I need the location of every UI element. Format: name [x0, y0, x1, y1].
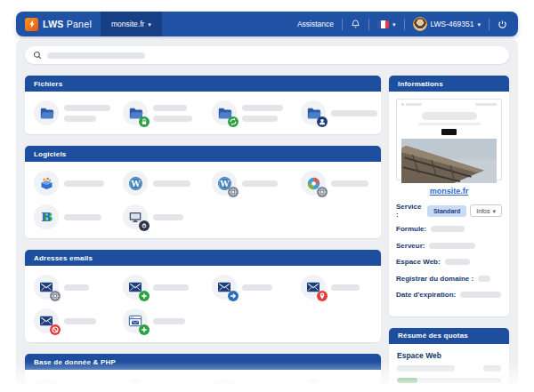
site-tab-label: monsite.fr: [111, 20, 144, 28]
email-icon: [123, 275, 148, 300]
info-field-row: Formule:: [396, 225, 502, 233]
avatar: [413, 17, 427, 31]
building-photo: [401, 139, 497, 183]
users-badge-icon: [317, 116, 328, 127]
wordpress-icon: W: [212, 171, 237, 196]
info-field-label: Espace Web:: [396, 258, 441, 266]
plus-badge-icon: [139, 291, 150, 301]
shortcut-item[interactable]: [292, 166, 381, 200]
info-field-label: Formule:: [396, 225, 426, 233]
section-card: [25, 266, 381, 342]
label-placeholder: [242, 284, 272, 291]
shortcut-item[interactable]: W: [114, 166, 203, 200]
account-id-label: LWS-469351: [431, 20, 474, 28]
label-placeholder: [331, 180, 368, 187]
info-field-row: Date d'expiration:: [396, 291, 502, 299]
info-field-placeholder: [478, 276, 490, 282]
label-placeholder: [64, 388, 100, 392]
lws-panel-app: LWSPanel monsite.fr ▾ Assistance ▾ LWS-4…: [0, 0, 534, 392]
label-placeholder: [64, 284, 89, 291]
chevron-down-icon: ▾: [392, 21, 396, 28]
label-placeholder: [64, 116, 96, 122]
shortcut-item[interactable]: [203, 270, 292, 304]
blank-icon: [301, 379, 326, 392]
quota-item-label: Espace Web: [397, 351, 501, 360]
right-sidebar: Informations: [389, 76, 509, 392]
chevron-down-icon: ▾: [492, 208, 496, 214]
monitor-icon: [123, 204, 148, 229]
quota-progress-fill: [397, 378, 417, 383]
arrow-badge-icon: [228, 291, 239, 301]
site-selector-tab[interactable]: monsite.fr ▾: [101, 12, 162, 36]
shortcut-item[interactable]: [25, 304, 114, 338]
main-column: FichiersLogicielsWWBBAdresses emailsBase…: [25, 76, 381, 392]
shortcut-item[interactable]: BB: [25, 200, 114, 234]
section-header: Adresses emails: [25, 250, 381, 266]
section-card: [25, 92, 381, 134]
section-adresses-emails: Adresses emails: [25, 250, 381, 342]
informations-card: monsite.fr Service : Standard Infos ▾ Fo…: [389, 92, 509, 316]
site-preview-thumbnail[interactable]: [396, 99, 502, 180]
gear-badge-icon: [50, 291, 61, 301]
shortcut-item[interactable]: [114, 200, 203, 234]
shortcut-item[interactable]: [114, 270, 203, 304]
lws-panel-logo[interactable]: LWSPanel: [16, 18, 101, 31]
dark-badge-icon: [139, 220, 150, 231]
shortcut-item[interactable]: [25, 166, 114, 200]
blank-icon: [34, 379, 59, 392]
info-field-row: Espace Web:: [396, 258, 502, 266]
shortcut-item[interactable]: W: [203, 166, 292, 200]
shortcut-item[interactable]: [203, 374, 292, 392]
email-icon: [301, 275, 326, 300]
info-field-label: Registrar du domaine :: [396, 275, 473, 283]
shortcut-item[interactable]: [114, 304, 203, 338]
section-header: Base de donnée & PHP: [25, 354, 381, 370]
section-header: Logiciels: [25, 146, 381, 162]
label-placeholder: [242, 388, 278, 392]
label-placeholder: [64, 214, 101, 220]
gear-badge-icon: [228, 187, 239, 197]
content-area: FichiersLogicielsWWBBAdresses emailsBase…: [16, 39, 518, 392]
sync-badge-icon: [228, 116, 239, 127]
notifications-bell-icon[interactable]: [351, 19, 360, 29]
label-placeholder: [64, 180, 104, 187]
email-icon: [34, 308, 59, 333]
divider: [368, 19, 369, 30]
divider: [404, 19, 405, 30]
shortcut-item[interactable]: [292, 374, 381, 392]
infos-dropdown-button[interactable]: Infos ▾: [470, 204, 502, 217]
email-icon: [34, 275, 59, 300]
label-placeholder: [64, 105, 110, 111]
shortcut-item[interactable]: [114, 374, 203, 392]
divider: [489, 19, 490, 30]
folder-icon: [212, 100, 237, 125]
label-placeholder: [153, 318, 185, 324]
shortcut-item[interactable]: [292, 96, 381, 130]
logout-power-icon[interactable]: [498, 20, 507, 29]
section-fichiers: Fichiers: [25, 76, 381, 134]
quotas-header: Résumé des quotas: [389, 328, 509, 344]
assistance-link[interactable]: Assistance: [297, 20, 334, 28]
shortcut-item[interactable]: [292, 270, 381, 304]
search-bar[interactable]: [25, 46, 509, 64]
shortcut-item[interactable]: [25, 374, 114, 392]
shortcut-item[interactable]: [25, 270, 114, 304]
label-placeholder: [64, 318, 96, 324]
label-placeholder: [153, 388, 189, 392]
info-field-row: Registrar du domaine :: [396, 275, 502, 283]
shortcut-item[interactable]: [25, 96, 114, 130]
installer-icon: [34, 171, 59, 196]
email-icon: [212, 275, 237, 300]
shortcut-item[interactable]: [203, 96, 292, 130]
section-card: [25, 370, 381, 392]
section-card: WWBB: [25, 162, 381, 238]
service-label: Service :: [396, 203, 424, 219]
site-link[interactable]: monsite.fr: [396, 187, 502, 196]
account-menu[interactable]: LWS-469351 ▾: [413, 17, 481, 31]
svg-text:W: W: [130, 178, 141, 188]
informations-section: Informations: [389, 76, 509, 316]
pin-badge-icon: [317, 291, 328, 301]
language-selector[interactable]: ▾: [377, 20, 396, 28]
shortcut-item[interactable]: [114, 96, 203, 130]
info-field-placeholder: [431, 226, 465, 232]
